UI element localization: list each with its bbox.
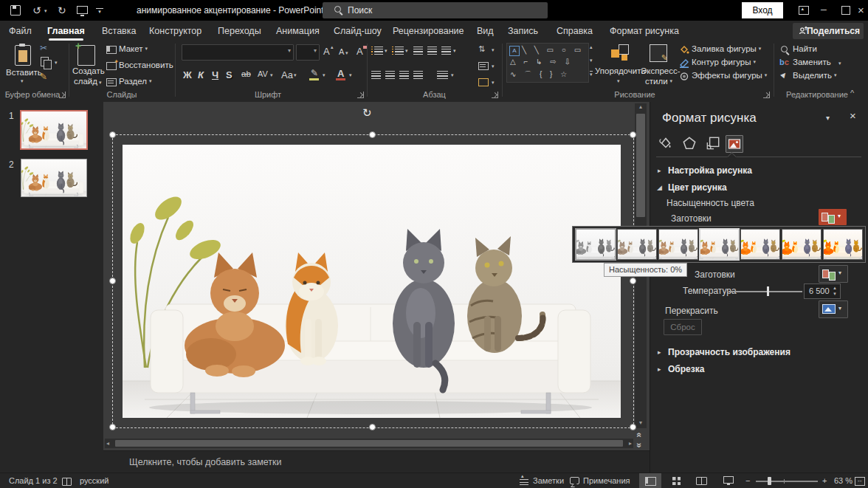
- italic-button[interactable]: К: [198, 69, 204, 80]
- resize-handle-middle-right[interactable]: [630, 278, 636, 284]
- scroll-right-icon[interactable]: ▸: [629, 440, 632, 447]
- zoom-level[interactable]: 63 %: [834, 473, 852, 488]
- notes-area[interactable]: Щелкните, чтобы добавить заметки: [103, 450, 650, 473]
- change-case-button[interactable]: Aa: [281, 69, 293, 80]
- minimize-icon[interactable]: –: [821, 0, 827, 19]
- tab-insert[interactable]: Вставка: [102, 21, 136, 41]
- copy-chevron-icon[interactable]: ▾: [55, 60, 58, 66]
- undo-chevron-icon[interactable]: ▾: [44, 8, 47, 14]
- shapes-gallery[interactable]: А ╲ ╲ ▭ ○ ▭ △ ⌐ ↳ ⇨ ⇩ ∿ ⌒ { } ☆: [506, 43, 589, 83]
- align-left-icon[interactable]: [371, 71, 381, 79]
- resize-handle-bottom-right[interactable]: [630, 424, 636, 430]
- picture-selection-border[interactable]: [112, 134, 634, 428]
- undo-icon[interactable]: ↺: [32, 0, 41, 21]
- shape-fill-button[interactable]: Заливка фигуры: [692, 44, 761, 53]
- shapes-row2-icons[interactable]: △ ⌐ ↳ ⇨ ⇩: [510, 58, 574, 66]
- next-slide-button[interactable]: »: [634, 443, 644, 448]
- reset-button[interactable]: Сброс: [664, 319, 702, 335]
- redo-icon[interactable]: ↻: [58, 0, 66, 21]
- collapse-ribbon-icon[interactable]: ^: [850, 89, 854, 97]
- view-reading-button[interactable]: [691, 473, 712, 488]
- panel-tab-picture[interactable]: [726, 135, 743, 153]
- format-painter-icon[interactable]: ✎: [40, 72, 47, 82]
- zoom-slider-track[interactable]: [756, 481, 818, 482]
- tab-design[interactable]: Конструктор: [149, 21, 202, 41]
- panel-menu-chevron-icon[interactable]: ▾: [826, 114, 830, 122]
- bullets-icon[interactable]: [371, 47, 383, 55]
- tab-file[interactable]: Файл: [9, 21, 32, 41]
- align-right-icon[interactable]: [399, 71, 409, 79]
- numbering-chevron-icon[interactable]: ▾: [405, 48, 408, 54]
- resize-handle-top-left[interactable]: [109, 131, 116, 138]
- highlight-chevron-icon[interactable]: ▾: [323, 72, 326, 78]
- font-color-chevron-icon[interactable]: ▾: [349, 72, 352, 78]
- transparency-arrow-icon[interactable]: ▸: [658, 348, 661, 356]
- saturation-preset[interactable]: [782, 230, 821, 259]
- temperature-spin-up-icon[interactable]: ▲: [831, 286, 838, 291]
- smartart-chevron-icon[interactable]: ▾: [492, 80, 495, 86]
- bullets-chevron-icon[interactable]: ▾: [385, 48, 388, 54]
- resize-handle-middle-left[interactable]: [109, 278, 116, 284]
- resize-handle-bottom-left[interactable]: [109, 424, 116, 430]
- resize-handle-top-right[interactable]: [630, 131, 636, 138]
- section-picture-settings[interactable]: Настройка рисунка: [668, 165, 752, 176]
- bold-button[interactable]: Ж: [183, 69, 192, 80]
- zoom-in-button[interactable]: +: [822, 473, 827, 488]
- font-color-button[interactable]: А: [337, 68, 344, 79]
- smartart-convert-icon[interactable]: [478, 78, 489, 86]
- quick-access-more-icon[interactable]: ▾: [96, 8, 103, 14]
- resize-handle-bottom-center[interactable]: [369, 424, 376, 430]
- tab-animations[interactable]: Анимация: [276, 21, 320, 41]
- horizontal-scrollbar[interactable]: ◂ ▸: [105, 439, 633, 448]
- tab-home[interactable]: Главная: [47, 21, 85, 41]
- temperature-slider-track[interactable]: [728, 291, 802, 292]
- case-chevron-icon[interactable]: ▾: [294, 72, 297, 78]
- language-indicator[interactable]: русский: [80, 473, 108, 488]
- tab-help[interactable]: Справка: [557, 21, 593, 41]
- font-dialog-launcher-icon[interactable]: [357, 92, 364, 98]
- rotate-handle-icon[interactable]: ↻: [362, 106, 372, 120]
- section-button[interactable]: Раздел: [119, 77, 152, 86]
- search-box[interactable]: Поиск: [323, 2, 548, 18]
- fit-to-window-icon[interactable]: [855, 477, 865, 486]
- grow-font-button[interactable]: А: [323, 46, 330, 57]
- section-crop[interactable]: Обрезка: [668, 364, 704, 374]
- decrease-indent-icon[interactable]: [413, 47, 423, 55]
- increase-indent-icon[interactable]: [427, 47, 437, 55]
- textbox-shape-icon[interactable]: А: [509, 46, 520, 56]
- temperature-spin-down-icon[interactable]: ▼: [831, 292, 838, 297]
- section-picture-color[interactable]: Цвет рисунка: [668, 182, 727, 193]
- tab-picture-format[interactable]: Формат рисунка: [610, 21, 679, 41]
- replace-chevron-icon[interactable]: ▾: [838, 61, 841, 66]
- scroll-up-icon[interactable]: ▴: [635, 103, 647, 111]
- comments-toggle[interactable]: Примечания: [583, 473, 630, 488]
- underline-button[interactable]: Ч: [212, 69, 218, 80]
- tab-transitions[interactable]: Переходы: [218, 21, 261, 41]
- close-icon[interactable]: ×: [858, 0, 864, 21]
- resize-handle-top-center[interactable]: [369, 131, 376, 138]
- columns-icon[interactable]: [437, 71, 448, 79]
- recolor-button[interactable]: ▾: [819, 300, 848, 318]
- saturation-preset[interactable]: [700, 230, 739, 259]
- panel-tab-fill-line[interactable]: [658, 135, 674, 151]
- justify-icon[interactable]: [413, 71, 423, 79]
- panel-tab-size-properties[interactable]: [705, 135, 721, 151]
- section-transparency[interactable]: Прозрачность изображения: [668, 347, 790, 357]
- tab-slideshow[interactable]: Слайд-шоу: [334, 21, 382, 41]
- vertical-scrollbar-thumb[interactable]: [636, 114, 645, 217]
- font-name-combo[interactable]: [182, 44, 294, 61]
- text-shadow-button[interactable]: S: [226, 69, 232, 80]
- scroll-down-icon[interactable]: ▾: [635, 419, 647, 427]
- saturation-presets-button[interactable]: ▾: [819, 209, 847, 225]
- text-direction-icon[interactable]: ⇅: [478, 44, 485, 54]
- font-size-combo[interactable]: [296, 44, 320, 61]
- reset-slide-button[interactable]: Восстановить: [119, 61, 173, 69]
- panel-tab-effects[interactable]: [681, 135, 698, 151]
- notes-toggle[interactable]: Заметки: [533, 473, 564, 488]
- shapes-row1-icons[interactable]: ╲ ╲ ▭ ○ ▭: [522, 46, 584, 54]
- select-button[interactable]: Выделить: [793, 71, 837, 80]
- previous-slide-button[interactable]: «: [634, 433, 644, 438]
- clipboard-dialog-launcher-icon[interactable]: [59, 92, 66, 98]
- share-button[interactable]: Поделиться: [793, 23, 864, 39]
- crop-arrow-icon[interactable]: ▸: [658, 365, 661, 373]
